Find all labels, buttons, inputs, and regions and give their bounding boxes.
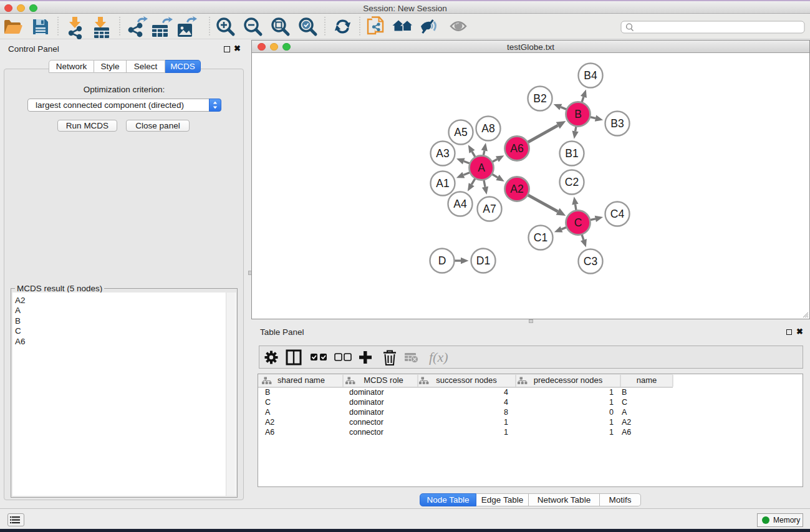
- svg-text:A3: A3: [436, 147, 449, 160]
- svg-text:B: B: [574, 108, 582, 120]
- svg-text:connector: connector: [349, 428, 383, 437]
- svg-text:predecessor nodes: predecessor nodes: [534, 375, 603, 385]
- svg-text:dominator: dominator: [349, 388, 384, 397]
- svg-text:f(x): f(x): [429, 349, 448, 365]
- svg-text:name: name: [637, 375, 657, 385]
- svg-text:1: 1: [609, 398, 614, 407]
- svg-text:A: A: [622, 408, 627, 417]
- svg-text:C2: C2: [565, 176, 579, 188]
- svg-text:B4: B4: [584, 69, 597, 82]
- svg-text:C1: C1: [534, 231, 547, 244]
- svg-text:C: C: [622, 398, 627, 407]
- svg-text:B2: B2: [533, 92, 546, 105]
- svg-text:shared name: shared name: [277, 375, 325, 385]
- svg-text:A2: A2: [622, 418, 631, 427]
- svg-text:4: 4: [504, 398, 508, 407]
- svg-text:1: 1: [504, 428, 508, 437]
- svg-text:MCDS role: MCDS role: [364, 375, 403, 385]
- svg-text:A2: A2: [265, 418, 274, 427]
- svg-text:0: 0: [609, 408, 614, 417]
- svg-text:C: C: [265, 398, 271, 407]
- svg-text:A8: A8: [481, 122, 494, 135]
- svg-text:B1: B1: [565, 147, 578, 160]
- svg-text:A6: A6: [510, 142, 523, 155]
- svg-text:B: B: [622, 388, 627, 397]
- svg-text:successor nodes: successor nodes: [436, 375, 497, 385]
- svg-text:dominator: dominator: [349, 408, 384, 417]
- svg-text:A2: A2: [510, 183, 523, 195]
- svg-text:C3: C3: [584, 255, 597, 268]
- svg-text:D1: D1: [476, 254, 490, 267]
- svg-text:D: D: [438, 254, 446, 267]
- svg-text:A4: A4: [453, 198, 467, 210]
- svg-text:dominator: dominator: [349, 398, 384, 407]
- svg-text:C: C: [574, 216, 582, 229]
- svg-text:A6: A6: [265, 428, 274, 437]
- svg-text:A6: A6: [622, 428, 631, 437]
- svg-text:4: 4: [504, 388, 508, 397]
- svg-text:8: 8: [504, 408, 508, 417]
- svg-text:B: B: [265, 388, 270, 397]
- svg-text:1: 1: [609, 388, 614, 397]
- svg-text:1: 1: [504, 418, 508, 427]
- svg-text:A: A: [265, 408, 271, 417]
- svg-text:connector: connector: [349, 418, 383, 427]
- svg-text:A: A: [478, 162, 485, 174]
- svg-text:B3: B3: [610, 117, 624, 130]
- svg-text:A1: A1: [436, 177, 449, 190]
- svg-text:1: 1: [609, 428, 614, 437]
- svg-text:C4: C4: [610, 208, 625, 220]
- svg-text:1: 1: [609, 418, 614, 427]
- svg-text:A7: A7: [483, 203, 496, 215]
- svg-text:A5: A5: [454, 126, 467, 138]
